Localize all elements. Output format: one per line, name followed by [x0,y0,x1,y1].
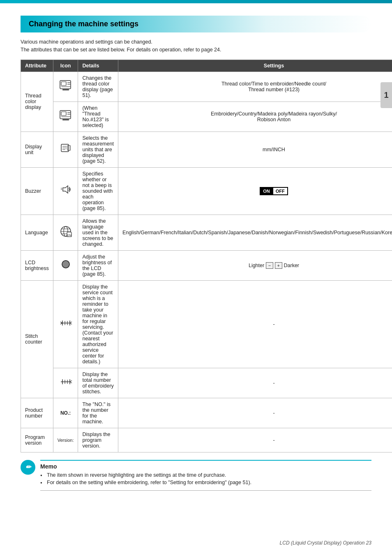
table-row: Stitch counter Display the service count… [21,280,392,368]
memo-item-2: For details on the setting while embroid… [40,480,371,485]
table-row: Buzzer Specifies whether or not a beep i… [21,167,392,215]
detail-lcd-brightness: Adjust the brightness of the LCD (page 8… [78,250,118,280]
on-off-toggle: ON OFF [260,187,288,195]
attribute-language: Language [21,215,53,250]
section-title: Changing the machine settings [29,20,138,28]
table-row: Display the total number of embroidery s… [21,368,392,398]
setting-lcd-brightness: Lighter − + Darker [118,250,392,280]
icon-stitch-counter-2 [53,368,78,398]
brightness-minus-btn[interactable]: − [266,262,273,269]
svg-rect-11 [62,119,69,120]
brightness-label-darker: Darker [284,263,300,268]
icon-product-number: NO.: [53,398,78,428]
attribute-lcd-brightness: LCD brightness [21,250,53,280]
svg-rect-7 [61,112,66,115]
setting-stitch-counter-1: - [118,280,392,368]
memo-icon: ✏ [21,460,35,475]
svg-text:EN: EN [67,233,71,237]
attribute-product-number: Product number [21,398,53,428]
detail-stitch-counter-2: Display the total number of embroidery s… [78,368,118,398]
brightness-label-lighter: Lighter [249,263,264,268]
setting-thread-color-1: Thread color/Time to embroider/Needle co… [118,72,392,102]
icon-stitch-counter-1 [53,280,78,368]
detail-thread-color-2: (When "Thread No.#123" is selected) [78,102,118,132]
setting-buzzer: ON OFF [118,167,392,215]
icon-lcd-brightness [53,250,78,280]
table-row: Language EN Allows the language used in … [21,215,392,250]
setting-product-number: - [118,398,392,428]
icon-language: EN [53,215,78,250]
icon-display-unit [53,132,78,167]
setting-thread-color-2: Embroidery/Country/Madeira poly/Madeira … [118,102,392,132]
attribute-display-unit: Display unit [21,132,53,167]
col-header-details: Details [78,60,118,72]
settings-table: Attribute Icon Details Settings Thread c… [21,60,392,452]
setting-display-unit: mm/INCH [118,132,392,167]
off-label: OFF [272,188,287,194]
table-row: Thread color display Changes the thread … [21,72,392,102]
detail-language: Allows the language used in the screens … [78,215,118,250]
icon-program-version: Version: [53,428,78,452]
on-label: ON [261,188,272,194]
icon-thread-color-2 [53,102,78,132]
top-bar [0,0,392,3]
col-header-settings: Settings [118,60,392,72]
memo-section: ✏ Memo The item shown in reverse highlig… [21,460,371,491]
table-row: Display unit Selects the measurement uni… [21,132,392,167]
setting-language: English/German/French/Italian/Dutch/Span… [118,215,392,250]
table-row: Product number NO.: The "NO." is the num… [21,398,392,428]
memo-list: The item shown in reverse highlighting a… [40,472,371,485]
detail-thread-color-1: Changes the thread color display (page 5… [78,72,118,102]
chapter-tab: 1 [380,82,392,108]
intro-text: Various machine operations and settings … [21,38,371,54]
brightness-plus-btn[interactable]: + [275,262,282,269]
table-row: Program version Version: Displays the pr… [21,428,392,452]
attribute-program-version: Program version [21,428,53,452]
memo-item-1: The item shown in reverse highlighting a… [40,472,371,478]
detail-program-version: Displays the program version. [78,428,118,452]
icon-buzzer [53,167,78,215]
svg-rect-5 [62,89,69,90]
svg-rect-1 [61,82,66,85]
svg-marker-17 [63,186,68,193]
attribute-stitch-counter: Stitch counter [21,280,53,398]
table-row: LCD brightness Adjust the brightness of … [21,250,392,280]
attribute-thread-color: Thread color display [21,72,53,132]
detail-stitch-counter-1: Display the service count which is a rem… [78,280,118,368]
detail-product-number: The "NO." is the number for the machine. [78,398,118,428]
col-header-attribute: Attribute [21,60,53,72]
attribute-buzzer: Buzzer [21,167,53,215]
detail-display-unit: Selects the measurement units that are d… [78,132,118,167]
detail-buzzer: Specifies whether or not a beep is sound… [78,167,118,215]
setting-stitch-counter-2: - [118,368,392,398]
icon-thread-color [53,72,78,102]
col-header-icon: Icon [53,60,78,72]
page-footer: LCD (Liquid Crystal Display) Operation 2… [280,540,371,546]
table-row: (When "Thread No.#123" is selected) Embr… [21,102,392,132]
setting-program-version: - [118,428,392,452]
memo-title: Memo [40,463,371,470]
section-header: Changing the machine settings [21,16,371,32]
memo-content: Memo The item shown in reverse highlight… [40,460,371,491]
